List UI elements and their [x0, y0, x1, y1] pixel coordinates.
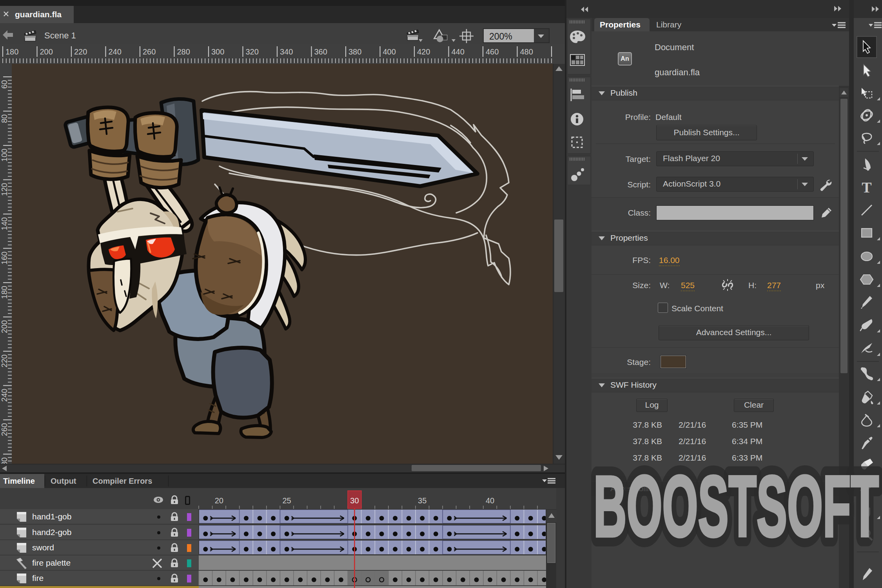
svg-text:BOOSTSOFT: BOOSTSOFT [593, 458, 879, 555]
